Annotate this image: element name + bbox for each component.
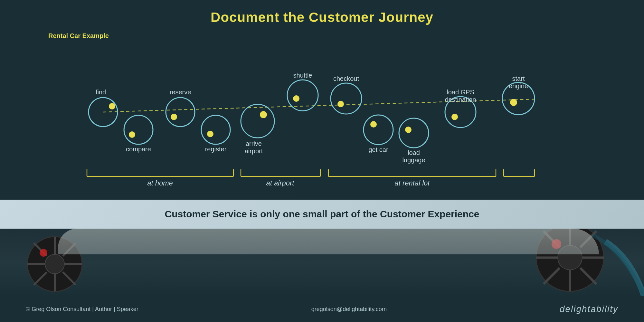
footer-copyright: © Greg Olson Consultant | Author | Speak… [26,306,138,313]
svg-point-4 [124,115,153,144]
svg-point-21 [337,101,344,107]
svg-point-63 [40,249,47,257]
svg-point-18 [293,95,299,102]
svg-text:luggage: luggage [402,156,425,164]
svg-text:arrive: arrive [246,140,262,147]
svg-point-14 [260,111,267,118]
svg-point-24 [370,121,377,128]
svg-text:start: start [512,75,525,82]
footer-email: gregolson@delightability.com [311,306,387,313]
banner: Customer Service is only one small part … [0,200,644,229]
svg-point-8 [171,114,177,120]
footer-brand: delightability [560,304,618,314]
page-title: Document the Customer Journey [19,10,625,25]
car-section [0,229,644,296]
svg-point-31 [451,114,458,120]
svg-point-27 [405,127,412,133]
svg-text:engine: engine [509,82,528,90]
svg-text:destination: destination [445,96,476,103]
svg-text:load GPS: load GPS [447,89,474,96]
svg-point-35 [510,99,517,106]
svg-text:airport: airport [245,147,263,155]
svg-text:reserve: reserve [170,89,191,96]
footer: © Greg Olson Consultant | Author | Speak… [0,296,644,322]
svg-point-26 [399,118,429,148]
top-section: Document the Customer Journey Rental Car… [0,0,644,200]
journey-svg: find compare reserve register arrive air… [19,35,625,189]
journey-area: find compare reserve register arrive air… [19,35,625,189]
svg-point-54 [45,254,64,274]
svg-text:find: find [96,89,106,96]
svg-point-2 [109,103,115,109]
svg-text:at home: at home [147,179,173,187]
svg-text:at rental lot: at rental lot [395,179,430,187]
svg-point-10 [201,115,230,144]
main-container: Document the Customer Journey Rental Car… [0,0,644,322]
decoration-arc-icon [580,232,644,296]
svg-text:get car: get car [368,146,388,153]
svg-point-20 [331,83,362,114]
svg-text:shuttle: shuttle [293,72,312,79]
svg-text:checkout: checkout [333,75,359,82]
svg-point-7 [166,98,195,127]
svg-point-13 [241,104,274,138]
car-visual [0,229,644,296]
svg-point-23 [364,115,393,145]
svg-text:compare: compare [126,146,151,153]
svg-point-11 [207,131,213,137]
svg-text:at airport: at airport [266,179,295,187]
banner-text: Customer Service is only one small part … [165,209,479,220]
svg-point-5 [129,131,135,138]
svg-text:register: register [205,146,227,153]
svg-text:load: load [408,149,420,156]
footer-brand-text: delightability [560,304,618,314]
